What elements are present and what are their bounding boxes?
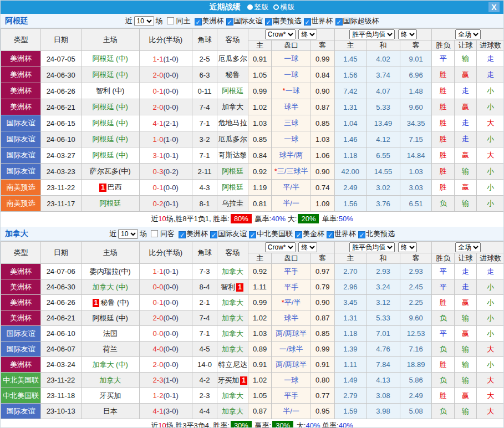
halftime-score: (0-0) bbox=[163, 103, 178, 111]
corner-cell: 7-1 bbox=[192, 115, 217, 131]
score-cell: 0-1(0-0) bbox=[139, 295, 192, 310]
league-label: 南美预选 bbox=[273, 17, 302, 25]
match-count-select[interactable]: 10 bbox=[134, 16, 154, 26]
home-team-cell: 阿根廷 (中) bbox=[81, 147, 139, 164]
goals-result-cell: 小 bbox=[477, 180, 504, 196]
home-team-cell: 萨尔瓦多(中) bbox=[81, 164, 139, 180]
team-name-text: 阿根廷 bbox=[222, 167, 243, 175]
date-cell: 24-07-05 bbox=[40, 51, 81, 67]
league-checkbox[interactable]: ✓ bbox=[335, 18, 343, 26]
handicap-cell: 一球 bbox=[272, 131, 311, 147]
avg-home-cell: 7.42 bbox=[334, 83, 366, 99]
fulltime-score: 0-2 bbox=[153, 200, 164, 208]
goals-result-cell: 大 bbox=[477, 388, 504, 404]
result-cell: 胜 bbox=[432, 147, 454, 164]
league-checkbox[interactable]: ✓ bbox=[265, 18, 272, 26]
match-count-select[interactable]: 10 bbox=[118, 229, 138, 239]
goals-result-cell: 小 bbox=[477, 83, 504, 99]
avg-home-cell: 1.59 bbox=[334, 404, 366, 419]
summary-text: 10 bbox=[158, 421, 166, 428]
league-checkbox[interactable]: ✓ bbox=[179, 231, 186, 238]
col-corner: 角球 bbox=[192, 242, 217, 264]
away-team-cell: 智利1 bbox=[217, 279, 248, 295]
halftime-score: (2-1) bbox=[163, 119, 178, 128]
bookmaker-select[interactable]: Crow* bbox=[265, 29, 296, 39]
goals-result-cell: 小 bbox=[477, 196, 504, 212]
home-team-cell: 法国 bbox=[81, 326, 139, 342]
home-team-cell: 阿根廷 bbox=[81, 196, 139, 212]
avg-home-cell: 1.56 bbox=[334, 196, 366, 212]
wdl-average-select[interactable]: 胜平负均值 bbox=[349, 242, 395, 252]
summary-text: 单率: bbox=[320, 215, 338, 223]
final-odds-select-1[interactable]: 终 bbox=[298, 242, 317, 252]
table-row: 美洲杯24-07-05阿根廷 (中)1-1(1-0)2-5厄瓜多尔0.91一球0… bbox=[1, 51, 504, 67]
league-checkbox[interactable]: ✓ bbox=[358, 231, 365, 238]
fullmatch-select[interactable]: 全场 bbox=[455, 29, 481, 39]
result-cell: 胜 bbox=[432, 295, 454, 310]
final-odds-select-1[interactable]: 终 bbox=[298, 29, 317, 39]
home-odds-cell: 1.02 bbox=[248, 310, 271, 326]
away-odds-cell: 0.74 bbox=[311, 180, 334, 196]
handicap-cell: 三球 bbox=[272, 115, 311, 131]
fulltime-score: 1-1 bbox=[153, 55, 164, 63]
fulltime-score: 1-1 bbox=[153, 267, 164, 276]
handicap-text: 半/一 bbox=[283, 407, 299, 415]
league-checkbox[interactable]: ✓ bbox=[249, 231, 256, 238]
fulltime-score: 2-3 bbox=[153, 376, 164, 384]
close-icon[interactable]: X bbox=[488, 2, 500, 12]
final-odds-select-2[interactable]: 终 bbox=[398, 29, 417, 39]
goals-result-cell: 走 bbox=[477, 67, 504, 83]
vertical-layout-radio[interactable] bbox=[247, 4, 253, 10]
away-odds-cell: 0.99 bbox=[311, 51, 334, 67]
near-label: 近 bbox=[125, 16, 133, 26]
corner-cell: 6-3 bbox=[192, 67, 217, 83]
score-cell: 2-0(0-0) bbox=[139, 67, 192, 83]
league-checkbox[interactable]: ✓ bbox=[304, 18, 311, 26]
col-avg-home: 主 bbox=[334, 40, 366, 51]
league-label: 美洲杯 bbox=[202, 17, 224, 25]
result-cell: 负 bbox=[432, 310, 454, 326]
team-name-text: 荷兰 bbox=[103, 345, 118, 353]
col-handicap: 盘口 bbox=[272, 40, 311, 51]
avg-home-cell: 1.56 bbox=[334, 67, 366, 83]
summary-text: 单率: bbox=[320, 421, 338, 428]
league-checkbox[interactable]: ✓ bbox=[327, 231, 334, 238]
same-venue-checkbox[interactable] bbox=[151, 230, 158, 237]
avg-draw-cell: 3.24 bbox=[366, 279, 400, 295]
bookmaker-select[interactable]: Crow* bbox=[265, 242, 296, 252]
score-cell: 2-0(0-0) bbox=[139, 99, 192, 115]
away-odds-cell: 0.90 bbox=[311, 83, 334, 99]
handicap-text: 一/球半 bbox=[279, 345, 303, 353]
league-checkbox[interactable]: ✓ bbox=[295, 231, 302, 238]
result-cell: 负 bbox=[432, 196, 454, 212]
league-checkbox[interactable]: ✓ bbox=[210, 231, 217, 238]
handicap-cell: 一/球半 bbox=[272, 342, 311, 357]
result-cell: 胜 bbox=[432, 83, 454, 99]
handicap-cell: 两/两球半 bbox=[272, 326, 311, 342]
col-home: 主场 bbox=[81, 242, 139, 264]
handicap-text: 一球 bbox=[286, 86, 300, 95]
away-odds-cell: 0.84 bbox=[311, 67, 334, 83]
away-odds-cell: 0.90 bbox=[311, 164, 334, 180]
handicap-select-group: Crow* 终 bbox=[248, 29, 334, 40]
wdl-average-select[interactable]: 胜平负均值 bbox=[349, 29, 395, 39]
halftime-score: (0-1) bbox=[163, 267, 178, 276]
league-type-cell: 南美预选 bbox=[1, 196, 41, 212]
same-venue-checkbox[interactable] bbox=[167, 17, 174, 24]
final-odds-select-2[interactable]: 终 bbox=[398, 242, 417, 252]
table-row: 中北美国联23-11-18牙买加1-2(0-1)2-3加拿大1.05平手0.77… bbox=[1, 388, 504, 404]
team-name-text: 阿根廷 (中) bbox=[92, 119, 128, 127]
fullmatch-select[interactable]: 全场 bbox=[455, 242, 481, 252]
result-cell: 平 bbox=[432, 326, 454, 342]
league-checkbox[interactable]: ✓ bbox=[226, 18, 233, 26]
avg-draw-cell: 5.33 bbox=[366, 99, 400, 115]
horizontal-layout-radio[interactable] bbox=[273, 4, 279, 10]
team-name-text: 加拿大 bbox=[222, 407, 243, 415]
away-odds-cell: 1.09 bbox=[311, 196, 334, 212]
league-checkbox[interactable]: ✓ bbox=[195, 18, 202, 26]
league-type-cell: 国际友谊 bbox=[1, 342, 41, 357]
date-cell: 24-06-10 bbox=[40, 326, 81, 342]
col-avg-away: 客 bbox=[400, 40, 432, 51]
table-row: 国际友谊24-06-07荷兰4-0(0-0)4-5加拿大0.89一/球半0.99… bbox=[1, 342, 504, 357]
league-type-cell: 国际友谊 bbox=[1, 164, 41, 180]
